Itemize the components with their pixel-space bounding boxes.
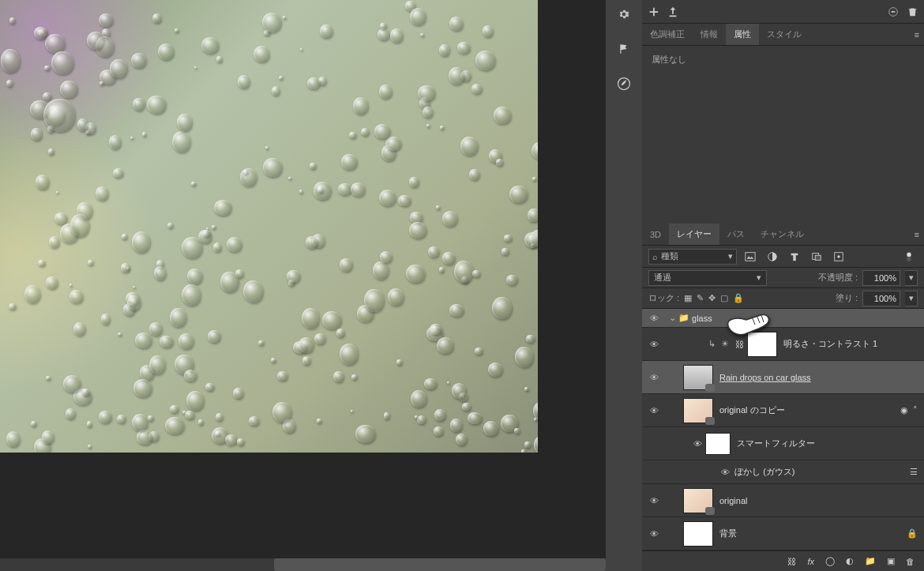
search-icon: ⌕ <box>652 252 658 261</box>
filter-toggle-switch[interactable] <box>900 248 918 265</box>
link-layers-icon[interactable]: ⛓ <box>787 557 796 566</box>
layer-name: 明るさ・コントラスト 1 <box>783 338 877 350</box>
visibility-toggle[interactable]: 👁 <box>642 496 666 505</box>
filter-shape-icon[interactable] <box>808 248 825 265</box>
layer-fx-icon[interactable]: fx <box>807 557 814 566</box>
expand-icon[interactable]: ˄ <box>913 405 918 415</box>
layer-thumbnail[interactable] <box>683 398 713 423</box>
tab-channels[interactable]: チャンネル <box>753 224 812 245</box>
layers-footer: ⛓ fx ◯ ◐ 📁 ▣ 🗑 <box>642 550 924 571</box>
add-mask-icon[interactable]: ◯ <box>825 556 835 566</box>
opacity-value[interactable]: 100% <box>862 270 900 286</box>
mask-thumbnail[interactable] <box>747 332 777 357</box>
folder-icon: 📁 <box>678 313 689 323</box>
chevron-down-icon: ▾ <box>728 251 733 261</box>
lock-position-icon[interactable]: ✥ <box>708 293 716 303</box>
brightness-icon: ☀ <box>721 339 729 349</box>
svg-rect-2 <box>746 252 755 261</box>
panel-menu-icon[interactable]: ≡ <box>915 230 919 239</box>
layer-filter-kind[interactable]: ⌕ 種類 ▾ <box>648 249 737 265</box>
layer-name: original のコピー <box>719 404 785 416</box>
tab-paths[interactable]: パス <box>719 224 753 245</box>
blend-mode-select[interactable]: 通過 ▾ <box>648 270 767 286</box>
tab-style[interactable]: スタイル <box>759 24 809 45</box>
brush-circle-icon[interactable] <box>612 72 636 96</box>
layer-smart-filters[interactable]: 👁 スマートフィルター <box>642 427 924 460</box>
visibility-toggle[interactable]: 👁 <box>642 529 666 539</box>
svg-point-9 <box>907 252 911 256</box>
group-collapse-toggle[interactable]: ⌄ <box>666 313 678 323</box>
upload-icon[interactable] <box>667 6 678 17</box>
layers-list: 👁 ⌄ 📁 glass 👁 ↳ ☀ ⛓ 明るさ・コントラスト 1 👁 <box>642 309 924 550</box>
tab-layers[interactable]: レイヤー <box>669 224 719 245</box>
svg-rect-5 <box>815 255 821 260</box>
libraries-toolbar <box>642 0 924 24</box>
new-adjustment-icon[interactable]: ◐ <box>846 556 854 566</box>
lock-icon: 🔒 <box>907 528 918 539</box>
layer-background[interactable]: 👁 背景 🔒 <box>642 517 924 550</box>
lock-artboard-icon[interactable]: ▢ <box>720 293 728 303</box>
svg-point-7 <box>837 255 840 258</box>
canvas-area <box>0 0 606 571</box>
lock-transparent-icon[interactable]: ▦ <box>684 293 692 303</box>
document-canvas[interactable] <box>0 0 538 453</box>
flag-icon[interactable] <box>612 37 636 61</box>
properties-panel-tabs: 色調補正 情報 属性 スタイル ≡ <box>642 24 924 46</box>
filter-visibility-icon[interactable]: ◉ <box>900 405 908 415</box>
blend-opacity-row: 通過 ▾ 不透明度 : 100% ▾ <box>642 268 924 288</box>
layer-name: 背景 <box>719 528 737 539</box>
layer-original-copy[interactable]: 👁 original のコピー ◉ ˄ <box>642 394 924 427</box>
chevron-down-icon: ▾ <box>757 272 761 283</box>
gear-icon[interactable] <box>612 2 636 26</box>
layer-group-glass[interactable]: 👁 ⌄ 📁 glass <box>642 309 924 328</box>
filter-image-icon[interactable] <box>742 248 759 265</box>
filter-settings-icon[interactable]: ☰ <box>910 467 918 477</box>
mask-link-icon[interactable]: ⛓ <box>731 340 747 349</box>
filter-smart-icon[interactable] <box>830 248 847 265</box>
layer-brightness-contrast[interactable]: 👁 ↳ ☀ ⛓ 明るさ・コントラスト 1 <box>642 328 924 361</box>
right-panels: 色調補正 情報 属性 スタイル ≡ 属性なし 3D レイヤー パス チャンネル … <box>606 0 924 571</box>
lock-brush-icon[interactable]: ✎ <box>697 293 704 303</box>
tab-attributes[interactable]: 属性 <box>726 24 759 45</box>
layer-thumbnail[interactable] <box>683 521 713 547</box>
layer-original[interactable]: 👁 original <box>642 484 924 517</box>
visibility-toggle[interactable]: 👁 <box>642 340 666 349</box>
tab-info[interactable]: 情報 <box>693 24 726 45</box>
cloud-icon[interactable] <box>887 6 900 18</box>
lock-fill-row: ロック : ▦ ✎ ✥ ▢ 🔒 塗り : 100% ▾ <box>642 288 924 309</box>
lock-all-icon[interactable]: 🔒 <box>733 293 744 303</box>
panel-menu-icon[interactable]: ≡ <box>915 30 919 39</box>
fill-chevron[interactable]: ▾ <box>905 291 918 306</box>
fill-label: 塗り : <box>836 292 858 304</box>
opacity-chevron[interactable]: ▾ <box>905 270 918 286</box>
new-layer-icon[interactable]: ▣ <box>887 556 895 566</box>
layer-rain-drops[interactable]: 👁 Rain drops on car glass <box>642 361 924 394</box>
tab-color-correction[interactable]: 色調補正 <box>642 24 693 45</box>
fill-value[interactable]: 100% <box>862 291 900 306</box>
layer-thumbnail[interactable] <box>683 488 713 513</box>
layer-filter-gaussian-blur[interactable]: 👁 ぼかし (ガウス) ☰ <box>642 460 924 484</box>
visibility-toggle[interactable]: 👁 <box>642 373 666 382</box>
delete-layer-icon[interactable]: 🗑 <box>906 557 915 566</box>
layer-thumbnail[interactable] <box>683 365 713 390</box>
new-group-icon[interactable]: 📁 <box>865 556 876 566</box>
visibility-toggle[interactable]: 👁 <box>721 468 730 477</box>
add-icon[interactable] <box>648 6 659 17</box>
layer-name: Rain drops on car glass <box>719 373 811 382</box>
trash-icon[interactable] <box>907 6 918 17</box>
visibility-toggle[interactable]: 👁 <box>642 314 666 323</box>
visibility-toggle[interactable]: 👁 <box>689 439 705 449</box>
panels-column: 色調補正 情報 属性 スタイル ≡ 属性なし 3D レイヤー パス チャンネル … <box>642 0 924 571</box>
blend-mode-value: 通過 <box>654 272 671 284</box>
horizontal-scrollbar[interactable] <box>0 558 606 571</box>
layer-name: original <box>719 496 747 505</box>
layer-name: ぼかし (ガウス) <box>734 466 794 478</box>
clip-indicator-icon: ↳ <box>705 339 718 349</box>
filter-mask-thumbnail[interactable] <box>705 433 731 455</box>
filter-adjust-icon[interactable] <box>764 248 781 265</box>
filter-text-icon[interactable] <box>786 248 803 265</box>
tab-3d[interactable]: 3D <box>642 224 669 245</box>
layers-panel: 3D レイヤー パス チャンネル ≡ ⌕ 種類 ▾ <box>642 224 924 571</box>
visibility-toggle[interactable]: 👁 <box>642 406 666 415</box>
layer-name: スマートフィルター <box>737 438 815 449</box>
